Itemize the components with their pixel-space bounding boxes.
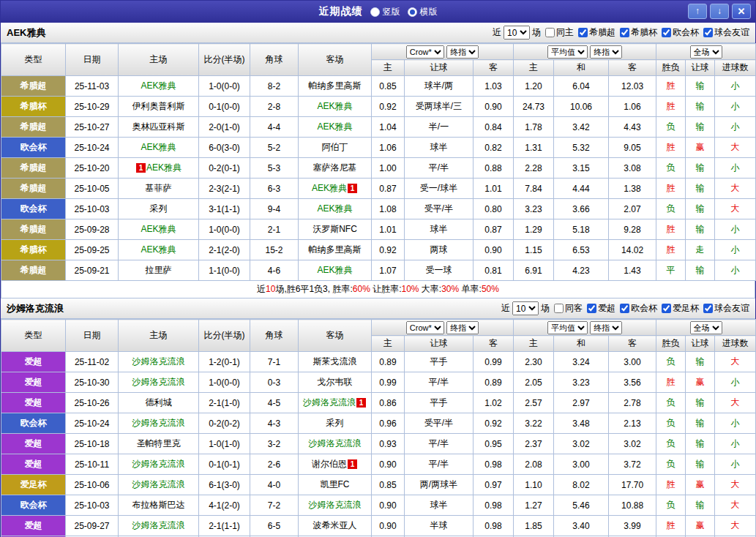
same-venue-input[interactable] <box>554 304 564 313</box>
average-select[interactable]: 平均值 <box>547 321 588 334</box>
home-team-cell[interactable]: AEK雅典 <box>119 138 199 158</box>
home-team-cell[interactable]: AEK雅典 <box>119 240 199 260</box>
home-team-cell[interactable]: AEK雅典 <box>119 219 199 240</box>
odds-stage-select[interactable]: 终指 <box>446 45 479 59</box>
bookmaker-select[interactable]: Crow* <box>406 321 444 334</box>
away-team-cell[interactable]: 阿伯丁 <box>299 138 372 158</box>
league-input[interactable] <box>662 28 671 37</box>
home-team-cell[interactable]: 奥林匹亚科斯 <box>119 117 199 138</box>
same-venue-input[interactable] <box>545 28 555 37</box>
team-link[interactable]: 沙姆洛克流浪 <box>132 479 185 489</box>
home-team-cell[interactable]: AEK雅典 <box>119 76 199 97</box>
team-link[interactable]: 沙姆洛克流浪 <box>309 500 362 510</box>
home-team-cell[interactable]: 沙姆洛克流浪 <box>119 413 199 434</box>
radio-dot-icon[interactable] <box>370 7 380 17</box>
league-checkbox[interactable]: 球会友谊 <box>701 26 749 39</box>
odds-stage-select-2[interactable]: 终指 <box>590 45 622 59</box>
home-team-cell[interactable]: 伊利奥普利斯 <box>119 97 199 117</box>
team-link[interactable]: AEK雅典 <box>312 183 347 193</box>
team-link[interactable]: AEK雅典 <box>317 265 352 275</box>
team-link[interactable]: 帕纳多里高斯 <box>309 244 362 255</box>
home-team-cell[interactable]: 圣帕特里克 <box>119 434 199 454</box>
league-input[interactable] <box>703 28 713 37</box>
team-link[interactable]: 斯莱戈流浪 <box>313 356 357 367</box>
team-link[interactable]: 基菲萨 <box>146 183 172 193</box>
league-checkbox[interactable]: 爱超 <box>585 302 615 315</box>
away-team-cell[interactable]: 沙姆洛克流浪 <box>299 495 372 516</box>
match-count-select[interactable]: 10 <box>504 26 530 40</box>
team-link[interactable]: AEK雅典 <box>141 142 176 152</box>
close-button[interactable]: ✕ <box>732 4 751 19</box>
away-team-cell[interactable]: 戈尔韦联 <box>299 372 372 393</box>
away-team-cell[interactable]: 沃罗斯NFC <box>299 219 372 240</box>
team-link[interactable]: 塞萨洛尼基 <box>313 162 357 173</box>
away-team-cell[interactable]: 帕纳多里高斯 <box>299 76 372 97</box>
odds-stage-select-2[interactable]: 终指 <box>590 321 622 334</box>
team-link[interactable]: 沙姆洛克流浪 <box>132 377 185 387</box>
league-input[interactable] <box>662 304 671 313</box>
team-link[interactable]: 阿伯丁 <box>322 142 348 152</box>
team-link[interactable]: 沙姆洛克流浪 <box>132 418 185 428</box>
away-team-cell[interactable]: 凯里FC <box>299 475 372 495</box>
team-link[interactable]: AEK雅典 <box>146 162 181 173</box>
team-link[interactable]: 谢尔伯恩 <box>312 459 347 469</box>
away-team-cell[interactable]: AEK雅典 <box>299 97 372 117</box>
away-team-cell[interactable]: AEK雅典 <box>299 117 372 138</box>
league-checkbox[interactable]: 希腊杯 <box>618 26 657 39</box>
team-link[interactable]: 圣帕特里克 <box>137 438 181 448</box>
home-team-cell[interactable]: 沙姆洛克流浪 <box>119 454 199 475</box>
away-team-cell[interactable]: AEK雅典 <box>299 260 372 281</box>
team-link[interactable]: 伊利奥普利斯 <box>132 101 185 111</box>
away-team-cell[interactable]: 斯莱戈流浪 <box>299 352 372 372</box>
away-team-cell[interactable]: 谢尔伯恩1 <box>299 454 372 475</box>
same-venue-checkbox[interactable]: 同客 <box>552 302 583 315</box>
home-team-cell[interactable]: 德利城 <box>119 393 199 413</box>
league-checkbox[interactable]: 球会友谊 <box>701 302 749 315</box>
team-link[interactable]: 采列 <box>150 203 168 214</box>
league-checkbox[interactable]: 欧会杯 <box>618 302 657 315</box>
team-link[interactable]: AEK雅典 <box>141 80 176 91</box>
team-link[interactable]: 戈尔韦联 <box>318 377 353 387</box>
match-count-select[interactable]: 10 <box>512 301 539 315</box>
team-link[interactable]: AEK雅典 <box>141 244 176 255</box>
away-team-cell[interactable]: 波希米亚人 <box>299 516 372 536</box>
team-link[interactable]: 拉里萨 <box>146 265 172 275</box>
away-team-cell[interactable]: 沙姆洛克流浪 <box>299 434 372 454</box>
away-team-cell[interactable]: 塞萨洛尼基 <box>299 158 372 179</box>
average-select[interactable]: 平均值 <box>547 45 588 59</box>
team-link[interactable]: 布拉格斯巴达 <box>132 500 185 510</box>
team-link[interactable]: 沙姆洛克流浪 <box>303 397 356 408</box>
home-team-cell[interactable]: 沙姆洛克流浪 <box>119 475 199 495</box>
team-link[interactable]: 奥林匹亚科斯 <box>132 121 185 132</box>
team-link[interactable]: AEK雅典 <box>141 224 176 234</box>
team-link[interactable]: 沙姆洛克流浪 <box>309 438 362 448</box>
home-team-cell[interactable]: 采列 <box>119 199 199 219</box>
league-input[interactable] <box>578 28 588 37</box>
league-checkbox[interactable]: 欧会杯 <box>659 26 699 39</box>
team-link[interactable]: 沙姆洛克流浪 <box>132 459 185 469</box>
home-team-cell[interactable]: 拉里萨 <box>119 260 199 281</box>
league-input[interactable] <box>620 304 629 313</box>
bookmaker-select[interactable]: Crow* <box>406 45 444 59</box>
league-input[interactable] <box>620 28 629 37</box>
team-link[interactable]: AEK雅典 <box>317 121 352 132</box>
team-link[interactable]: AEK雅典 <box>317 203 352 214</box>
away-team-cell[interactable]: 沙姆洛克流浪1 <box>299 393 372 413</box>
layout-radio-horizontal[interactable]: 横版 <box>408 6 438 18</box>
home-team-cell[interactable]: 沙姆洛克流浪 <box>119 372 199 393</box>
team-link[interactable]: 帕纳多里高斯 <box>309 80 362 91</box>
move-down-button[interactable]: ↓ <box>710 4 729 19</box>
team-link[interactable]: 沃罗斯NFC <box>312 224 357 234</box>
layout-radio-vertical[interactable]: 竖版 <box>370 6 400 18</box>
team-link[interactable]: 德利城 <box>146 397 172 408</box>
scope-select[interactable]: 全场 <box>690 321 722 334</box>
league-checkbox[interactable]: 希腊超 <box>576 26 615 39</box>
away-team-cell[interactable]: AEK雅典 <box>299 199 372 219</box>
scope-select[interactable]: 全场 <box>690 45 722 59</box>
away-team-cell[interactable]: AEK雅典1 <box>299 179 372 199</box>
league-checkbox[interactable]: 爱足杯 <box>659 302 699 315</box>
home-team-cell[interactable]: 1AEK雅典 <box>119 158 199 179</box>
odds-stage-select[interactable]: 终指 <box>446 321 479 334</box>
team-link[interactable]: 波希米亚人 <box>313 520 357 530</box>
team-link[interactable]: 采列 <box>326 418 344 428</box>
